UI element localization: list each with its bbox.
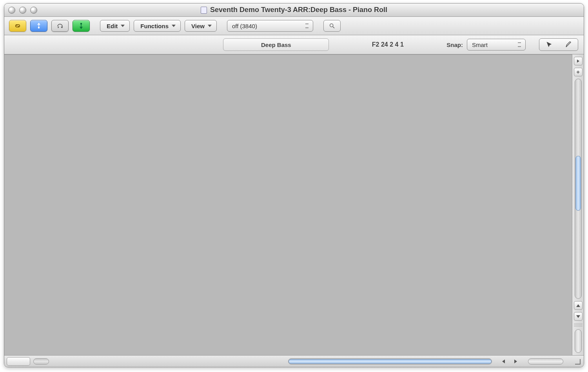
snap-value: Smart	[472, 42, 488, 48]
snap-label: Snap:	[446, 42, 463, 48]
quantize-select[interactable]: off (3840)	[227, 20, 313, 32]
scroll-left-button[interactable]	[502, 359, 505, 363]
chevron-down-icon	[576, 315, 580, 318]
playhead-icon	[576, 59, 581, 63]
vertical-scrollbar-thumb[interactable]	[575, 156, 581, 211]
view-menu[interactable]: View	[185, 20, 217, 32]
link-button[interactable]	[9, 20, 26, 32]
vertical-scrollbar-track[interactable]	[575, 79, 582, 299]
hscroll-left-stub[interactable]	[33, 358, 49, 365]
scroll-divider	[574, 324, 583, 326]
piano-roll-window: Seventh Demo Twenty-3 ARR:Deep Bass - Pi…	[4, 3, 584, 367]
midi-out-icon	[78, 22, 85, 29]
view-menu-label: View	[191, 23, 205, 29]
midi-out-button[interactable]	[73, 20, 90, 32]
editor-wrap: +	[4, 54, 584, 355]
chevron-up-icon	[576, 304, 580, 307]
scroll-down-button[interactable]	[574, 312, 583, 321]
svg-point-0	[38, 27, 40, 29]
headphones-icon	[56, 22, 64, 29]
horizontal-scrollbar-thumb[interactable]	[289, 359, 492, 364]
quantize-value: off (3840)	[232, 23, 257, 29]
pointer-tool-icon	[546, 42, 552, 48]
close-window-button[interactable]	[8, 7, 15, 14]
region-name-text: Deep Bass	[261, 42, 291, 48]
catch-playhead-button[interactable]	[574, 57, 583, 65]
audition-button[interactable]	[51, 20, 69, 32]
snap-select[interactable]: Smart	[467, 39, 526, 51]
edit-menu[interactable]: Edit	[100, 20, 130, 32]
functions-menu[interactable]: Functions	[134, 20, 181, 32]
plus-icon: +	[576, 69, 579, 75]
edit-menu-label: Edit	[107, 23, 118, 29]
scroll-up-button[interactable]	[574, 301, 583, 310]
region-name-display[interactable]: Deep Bass	[223, 38, 329, 51]
titlebar: Seventh Demo Twenty-3 ARR:Deep Bass - Pi…	[4, 4, 584, 17]
svg-line-3	[333, 27, 334, 28]
velocity-scrollbar[interactable]	[575, 329, 582, 353]
horizontal-zoom-slider[interactable]	[528, 358, 563, 365]
zoom-vertical-button[interactable]: +	[574, 68, 583, 76]
horizontal-scrollbar-track[interactable]	[288, 358, 492, 365]
zoom-window-button[interactable]	[30, 7, 37, 14]
window-title: Seventh Demo Twenty-3 ARR:Deep Bass - Pi…	[210, 6, 387, 14]
scroll-right-button[interactable]	[514, 359, 517, 363]
cursor-tool-selector[interactable]	[539, 38, 578, 51]
document-icon	[201, 7, 207, 14]
search-button[interactable]	[323, 20, 341, 32]
traffic-lights	[8, 7, 37, 14]
main-toolbar: Edit Functions View off (3840)	[4, 17, 584, 35]
dropdown-icon	[208, 25, 212, 27]
functions-menu-label: Functions	[140, 23, 169, 29]
vertical-scroll-area: +	[572, 54, 584, 355]
position-display[interactable]: F2 24 2 4 1	[352, 41, 423, 48]
title-wrap: Seventh Demo Twenty-3 ARR:Deep Bass - Pi…	[4, 6, 584, 14]
midi-in-button[interactable]	[30, 20, 47, 32]
bottom-bar	[4, 355, 584, 367]
svg-point-1	[80, 23, 82, 25]
dropdown-icon	[121, 25, 125, 27]
minimize-window-button[interactable]	[19, 7, 26, 14]
dropdown-icon	[172, 25, 176, 27]
midi-in-icon	[35, 22, 42, 29]
resize-grip[interactable]	[573, 358, 581, 365]
region-inspector-button[interactable]	[7, 357, 30, 366]
piano-roll-editor[interactable]	[4, 54, 572, 355]
link-icon	[14, 22, 21, 29]
pencil-tool-icon	[565, 42, 572, 48]
sub-toolbar: Deep Bass F2 24 2 4 1 Snap: Smart	[4, 35, 584, 54]
svg-point-2	[330, 24, 333, 27]
search-icon	[329, 23, 335, 29]
